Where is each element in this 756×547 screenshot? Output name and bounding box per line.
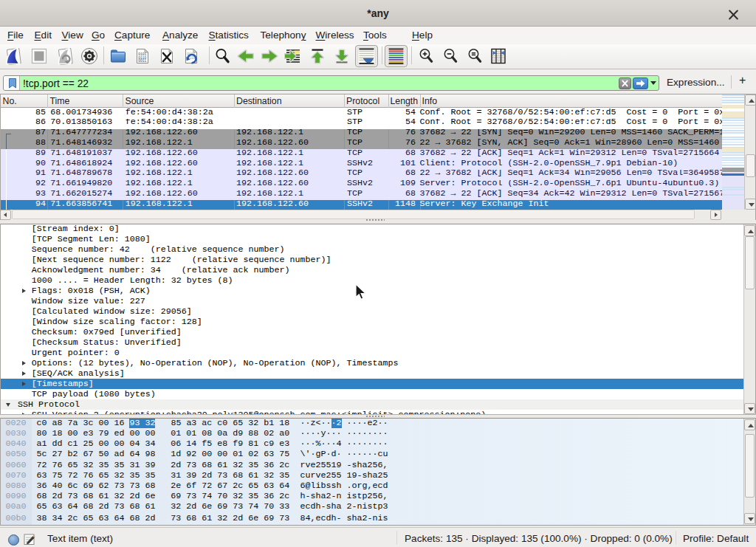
svg-text:0011: 0011: [138, 59, 146, 63]
